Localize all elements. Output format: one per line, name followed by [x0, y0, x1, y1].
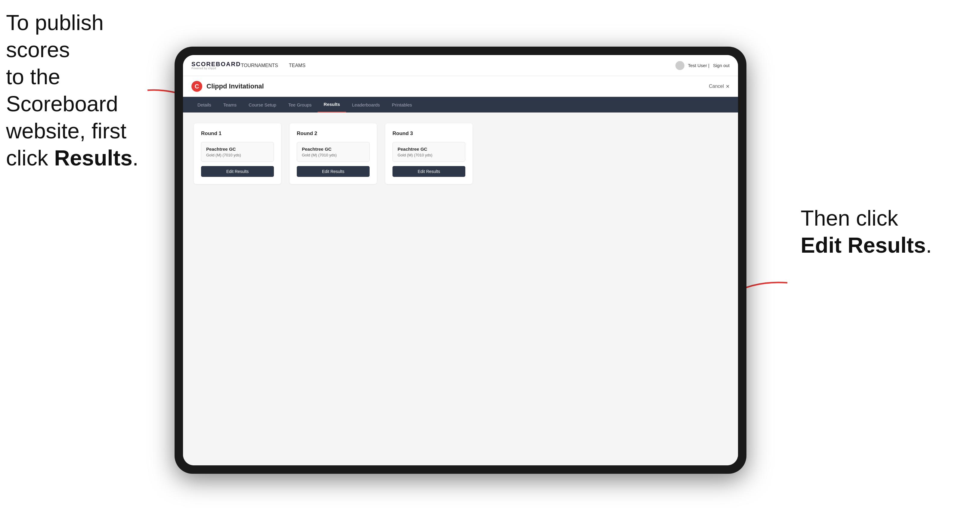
round-1-edit-results-button[interactable]: Edit Results [201, 166, 274, 177]
round-2-card: Round 2 Peachtree GC Gold (M) (7010 yds)… [290, 123, 377, 184]
tab-course-setup[interactable]: Course Setup [243, 97, 282, 113]
instruction-line1: To publish scores [6, 11, 103, 62]
round-3-title: Round 3 [393, 130, 465, 137]
round-2-course-card: Peachtree GC Gold (M) (7010 yds) [297, 142, 370, 162]
instruction-line4-prefix: click [6, 146, 54, 170]
main-content: Round 1 Peachtree GC Gold (M) (7010 yds)… [183, 113, 738, 465]
brand-logo: SCOREBOARD Powered by clippd [191, 61, 241, 70]
nav-links: TOURNAMENTS TEAMS [241, 63, 675, 68]
user-label: Test User | [688, 63, 710, 68]
cancel-icon: ✕ [725, 84, 730, 89]
instruction-then-click: Then click [800, 206, 898, 230]
tablet-screen: SCOREBOARD Powered by clippd TOURNAMENTS… [183, 55, 738, 465]
tabs-bar: Details Teams Course Setup Tee Groups Re… [183, 97, 738, 113]
top-navbar: SCOREBOARD Powered by clippd TOURNAMENTS… [183, 55, 738, 76]
round-1-course-card: Peachtree GC Gold (M) (7010 yds) [201, 142, 274, 162]
instruction-results-bold: Results [54, 146, 132, 170]
tab-details[interactable]: Details [191, 97, 217, 113]
round-3-course-details: Gold (M) (7010 yds) [398, 153, 460, 157]
round-1-course-name: Peachtree GC [206, 146, 269, 152]
round-2-title: Round 2 [297, 130, 370, 137]
round-1-title: Round 1 [201, 130, 274, 137]
tab-results[interactable]: Results [318, 97, 346, 113]
round-3-card: Round 3 Peachtree GC Gold (M) (7010 yds)… [385, 123, 473, 184]
tablet-frame: SCOREBOARD Powered by clippd TOURNAMENTS… [175, 47, 746, 474]
instruction-left: To publish scores to the Scoreboard webs… [6, 9, 151, 171]
tournament-header: C Clippd Invitational Cancel ✕ [183, 76, 738, 97]
round-2-edit-results-button[interactable]: Edit Results [297, 166, 370, 177]
cancel-label: Cancel [709, 84, 724, 89]
round-1-course-details: Gold (M) (7010 yds) [206, 153, 269, 157]
instruction-right-suffix: . [926, 233, 932, 257]
round-3-course-card: Peachtree GC Gold (M) (7010 yds) [393, 142, 465, 162]
instruction-right: Then click Edit Results. [800, 205, 932, 259]
round-2-course-details: Gold (M) (7010 yds) [302, 153, 364, 157]
cancel-button[interactable]: Cancel ✕ [709, 84, 730, 89]
round-1-card: Round 1 Peachtree GC Gold (M) (7010 yds)… [194, 123, 281, 184]
tournament-icon: C [191, 81, 202, 92]
tournament-name: Clippd Invitational [207, 83, 264, 90]
instruction-line4-suffix: . [132, 146, 138, 170]
instruction-edit-results-bold: Edit Results [800, 233, 926, 257]
tab-tee-groups[interactable]: Tee Groups [282, 97, 318, 113]
nav-teams[interactable]: TEAMS [289, 63, 305, 68]
rounds-grid: Round 1 Peachtree GC Gold (M) (7010 yds)… [194, 123, 727, 184]
instruction-line3: website, first [6, 119, 126, 143]
round-3-edit-results-button[interactable]: Edit Results [393, 166, 465, 177]
tournament-title-row: C Clippd Invitational [191, 81, 264, 92]
round-2-course-name: Peachtree GC [302, 146, 364, 152]
sign-out-link[interactable]: Sign out [713, 63, 730, 68]
tab-teams[interactable]: Teams [217, 97, 243, 113]
tab-leaderboards[interactable]: Leaderboards [346, 97, 386, 113]
nav-tournaments[interactable]: TOURNAMENTS [241, 63, 278, 68]
tab-printables[interactable]: Printables [386, 97, 418, 113]
nav-right: Test User | Sign out [675, 61, 730, 70]
user-avatar [675, 61, 684, 70]
instruction-line2: to the Scoreboard [6, 65, 118, 116]
round-3-course-name: Peachtree GC [398, 146, 460, 152]
brand-main: SCOREBOARD [191, 61, 241, 67]
brand-sub: Powered by clippd [191, 67, 241, 70]
